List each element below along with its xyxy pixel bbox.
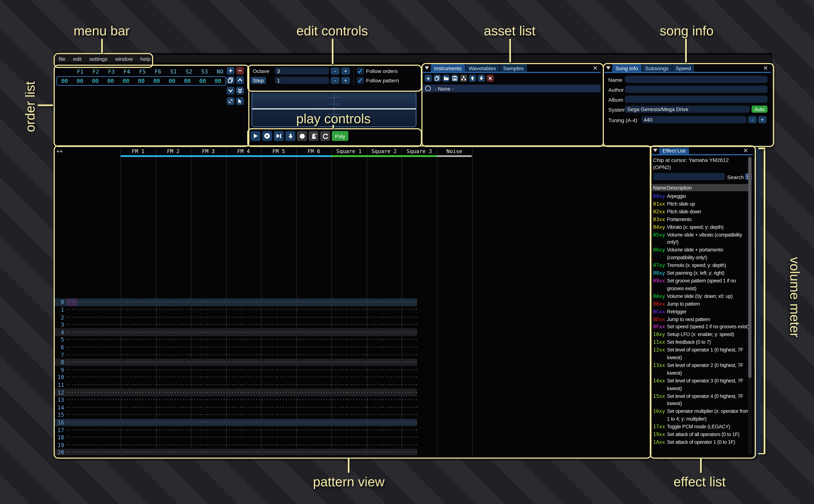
pattern-cell[interactable]: ············· <box>347 322 382 327</box>
pattern-cell[interactable]: ············· <box>171 405 206 410</box>
pattern-cell[interactable]: ············· <box>136 382 171 387</box>
pattern-cell[interactable]: ············· <box>311 420 347 425</box>
pattern-cell[interactable]: ············· <box>347 398 382 403</box>
pattern-cell[interactable]: ············· <box>382 420 417 425</box>
pattern-cell[interactable]: ············· <box>276 345 312 350</box>
pattern-cell[interactable]: ············· <box>101 300 136 305</box>
pattern-cell[interactable]: ············· <box>347 300 382 305</box>
pattern-cell[interactable]: ············· <box>66 375 101 380</box>
pattern-cell[interactable]: ············· <box>101 315 136 320</box>
pattern-cell[interactable]: ············· <box>241 300 276 305</box>
pattern-cell[interactable]: ············· <box>311 405 347 410</box>
pattern-cell[interactable]: ············· <box>171 398 206 403</box>
pattern-cell[interactable]: ············· <box>276 450 312 455</box>
pattern-cell[interactable]: ············· <box>276 443 312 448</box>
pattern-cell[interactable]: ············· <box>206 412 241 417</box>
pattern-cell[interactable]: ············· <box>171 435 206 440</box>
pattern-cell[interactable]: ············· <box>206 390 241 395</box>
pattern-cell[interactable]: ············· <box>66 307 101 312</box>
pattern-cell[interactable]: ············· <box>66 315 101 320</box>
pattern-cell[interactable]: ············· <box>382 360 417 365</box>
pattern-cell[interactable]: ············· <box>66 322 101 327</box>
pattern-cell[interactable]: ············· <box>311 367 347 372</box>
pattern-cell[interactable]: ············· <box>171 428 206 433</box>
pattern-cell[interactable]: ············· <box>276 398 312 403</box>
pattern-cell[interactable]: ············· <box>347 337 382 342</box>
pattern-cell[interactable]: ············· <box>206 382 241 387</box>
pattern-cell[interactable]: ············· <box>382 345 417 350</box>
pattern-cell[interactable]: ············· <box>276 337 312 342</box>
pattern-cell[interactable]: ············· <box>382 367 417 372</box>
pattern-cell[interactable]: ············· <box>136 352 171 357</box>
pattern-cell[interactable]: ············· <box>347 360 382 365</box>
pattern-cell[interactable]: ············· <box>276 315 312 320</box>
pattern-cell[interactable]: ············· <box>311 382 347 387</box>
pattern-cell[interactable]: ············· <box>101 345 136 350</box>
pattern-cell[interactable]: ············· <box>101 337 136 342</box>
pattern-cell[interactable]: ············· <box>382 300 417 305</box>
pattern-cell[interactable]: ············· <box>171 375 206 380</box>
pattern-cell[interactable]: ············· <box>382 405 417 410</box>
pattern-cell[interactable]: ············· <box>66 398 101 403</box>
pattern-cell[interactable]: ············· <box>66 443 101 448</box>
pattern-cell[interactable]: ············· <box>311 375 347 380</box>
pattern-cell[interactable]: ············· <box>206 345 241 350</box>
pattern-cell[interactable]: ············· <box>382 435 417 440</box>
pattern-cell[interactable]: ············· <box>311 315 347 320</box>
pattern-cell[interactable]: ············· <box>382 390 417 395</box>
pattern-cell[interactable]: ············· <box>382 443 417 448</box>
pattern-cell[interactable]: ············· <box>382 337 417 342</box>
pattern-cell[interactable]: ············· <box>101 390 136 395</box>
pattern-cell[interactable]: ············· <box>241 398 276 403</box>
pattern-cell[interactable]: ············· <box>241 435 276 440</box>
pattern-cell[interactable]: ············· <box>101 428 136 433</box>
pattern-cell[interactable]: ············· <box>136 412 171 417</box>
pattern-cell[interactable]: ············· <box>171 420 206 425</box>
pattern-cell[interactable]: ············· <box>101 322 136 327</box>
pattern-cell[interactable]: ············· <box>347 375 382 380</box>
pattern-cell[interactable]: ············· <box>136 345 171 350</box>
pattern-cell[interactable]: ············· <box>206 315 241 320</box>
pattern-cell[interactable]: ············· <box>241 307 276 312</box>
pattern-cell[interactable]: ············· <box>347 420 382 425</box>
pattern-cell[interactable]: ············· <box>101 412 136 417</box>
pattern-cell[interactable]: ············· <box>171 322 206 327</box>
pattern-cell[interactable]: ············· <box>136 435 171 440</box>
pattern-cell[interactable]: ············· <box>101 367 136 372</box>
pattern-cell[interactable]: ············· <box>66 345 101 350</box>
pattern-cell[interactable]: ············· <box>66 405 101 410</box>
pattern-cell[interactable]: ············· <box>171 330 206 335</box>
pattern-cell[interactable]: ············· <box>136 405 171 410</box>
pattern-cell[interactable]: ············· <box>276 360 312 365</box>
pattern-cell[interactable]: ············· <box>171 412 206 417</box>
pattern-cell[interactable]: ············· <box>66 420 101 425</box>
pattern-cell[interactable]: ············· <box>276 300 312 305</box>
pattern-cell[interactable]: ············· <box>171 382 206 387</box>
pattern-cell[interactable]: ············· <box>311 360 347 365</box>
pattern-cell[interactable]: ············· <box>206 428 241 433</box>
pattern-cell[interactable]: ············· <box>241 375 276 380</box>
pattern-cell[interactable]: ············· <box>171 337 206 342</box>
pattern-cell[interactable]: ············· <box>276 420 312 425</box>
pattern-cell[interactable]: ············· <box>241 345 276 350</box>
pattern-cell[interactable]: ············· <box>347 382 382 387</box>
pattern-cell[interactable]: ············· <box>241 367 276 372</box>
pattern-cell[interactable]: ············· <box>101 398 136 403</box>
pattern-cell[interactable]: ············· <box>382 352 417 357</box>
pattern-cell[interactable]: ············· <box>171 315 206 320</box>
pattern-cell[interactable]: ············· <box>276 330 312 335</box>
pattern-cell[interactable]: ············· <box>136 300 171 305</box>
pattern-cell[interactable]: ············· <box>241 322 276 327</box>
pattern-cell[interactable]: ············· <box>206 450 241 455</box>
pattern-cell[interactable]: ············· <box>101 435 136 440</box>
pattern-cell[interactable]: ············· <box>101 382 136 387</box>
pattern-cell[interactable]: ············· <box>171 352 206 357</box>
pattern-cell[interactable]: ············· <box>66 300 101 305</box>
pattern-cell[interactable]: ············· <box>241 428 276 433</box>
pattern-cell[interactable]: ············· <box>136 428 171 433</box>
pattern-cell[interactable]: ············· <box>347 307 382 312</box>
pattern-cell[interactable]: ············· <box>276 412 312 417</box>
pattern-cell[interactable]: ············· <box>136 315 171 320</box>
pattern-cell[interactable]: ············· <box>276 352 312 357</box>
pattern-cell[interactable]: ············· <box>241 360 276 365</box>
